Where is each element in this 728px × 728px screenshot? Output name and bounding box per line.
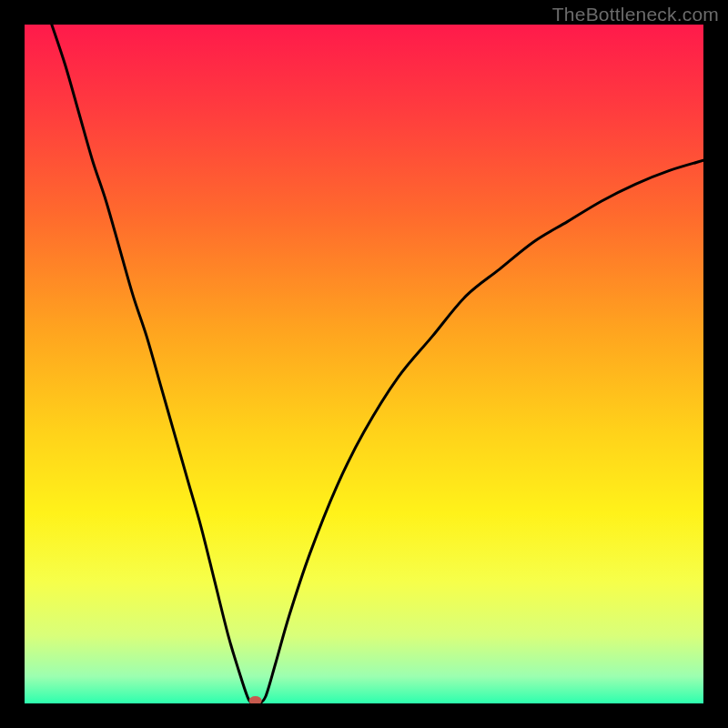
- chart-svg: [25, 25, 703, 703]
- plot-area: [25, 25, 703, 703]
- chart-frame: TheBottleneck.com: [0, 0, 728, 728]
- watermark-text: TheBottleneck.com: [552, 4, 719, 25]
- gradient-background: [25, 25, 703, 703]
